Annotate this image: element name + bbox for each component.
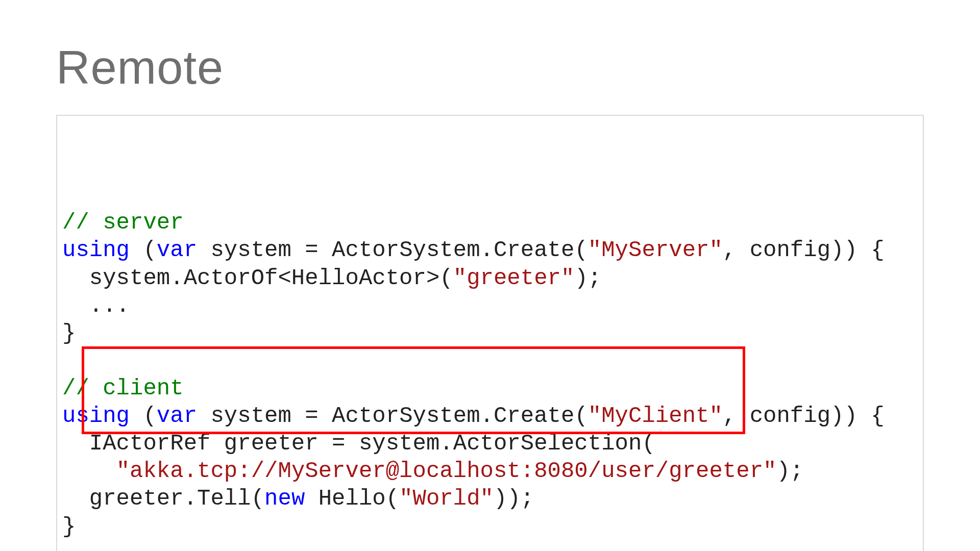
code-line: system.ActorOf<HelloActor>("greeter"); bbox=[62, 264, 918, 292]
code-token: ( bbox=[130, 237, 157, 263]
code-token: } bbox=[62, 320, 76, 346]
code-token: , config)) { bbox=[723, 403, 885, 429]
code-line: greeter.Tell(new Hello("World")); bbox=[62, 485, 918, 512]
code-token: // server bbox=[62, 210, 184, 235]
code-token bbox=[62, 458, 116, 484]
code-token: "akka.tcp://MyServer@localhost:8080/user… bbox=[116, 458, 777, 484]
code-token: "MyServer" bbox=[588, 237, 723, 263]
code-line: using (var system = ActorSystem.Create("… bbox=[62, 236, 918, 264]
code-token: , config)) { bbox=[723, 237, 885, 263]
code-block: // serverusing (var system = ActorSystem… bbox=[56, 115, 924, 551]
code-token: ); bbox=[574, 265, 601, 291]
code-token: ( bbox=[130, 403, 157, 429]
code-line: // server bbox=[62, 209, 918, 236]
code-token: } bbox=[62, 514, 76, 539]
code-token: new bbox=[264, 486, 305, 511]
slide-title: Remote bbox=[56, 41, 924, 94]
code-token: system = ActorSystem.Create( bbox=[197, 237, 588, 263]
code-token: "World" bbox=[399, 486, 494, 511]
code-line: using (var system = ActorSystem.Create("… bbox=[62, 402, 918, 430]
code-token: Hello( bbox=[305, 486, 399, 511]
code-line: ... bbox=[62, 292, 918, 319]
slide: Remote // serverusing (var system = Acto… bbox=[0, 0, 980, 551]
code-line: } bbox=[62, 319, 918, 347]
code-line bbox=[62, 347, 918, 374]
code-token: greeter.Tell( bbox=[62, 486, 264, 511]
code-token: ); bbox=[776, 458, 803, 484]
code-token: system = ActorSystem.Create( bbox=[197, 403, 588, 429]
code-token: )); bbox=[494, 486, 534, 511]
code-token: using bbox=[62, 403, 130, 429]
code-line: } bbox=[62, 513, 918, 540]
code-token: var bbox=[157, 403, 197, 429]
code-token: var bbox=[157, 237, 197, 263]
code-line: IActorRef greeter = system.ActorSelectio… bbox=[62, 430, 918, 457]
code-line: // client bbox=[62, 374, 918, 402]
code-token: ... bbox=[62, 293, 130, 318]
code-token: IActorRef greeter = system.ActorSelectio… bbox=[62, 431, 655, 456]
code-token: "MyClient" bbox=[588, 403, 723, 429]
code-token: // client bbox=[62, 375, 184, 401]
code-token: using bbox=[62, 237, 130, 263]
code-token: "greeter" bbox=[453, 265, 575, 291]
code-line: "akka.tcp://MyServer@localhost:8080/user… bbox=[62, 457, 918, 485]
code-token: system.ActorOf<HelloActor>( bbox=[62, 265, 453, 291]
